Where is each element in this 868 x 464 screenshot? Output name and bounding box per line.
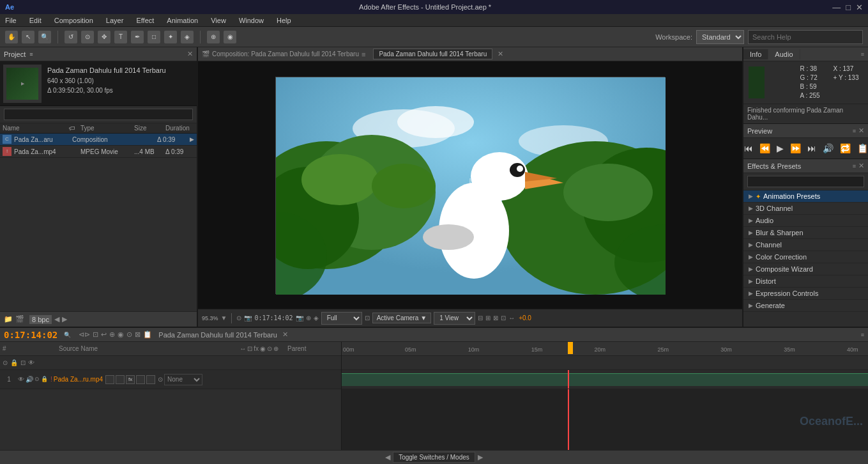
tool-hand[interactable]: ✋ [5, 31, 18, 43]
vc-quality[interactable]: Full Half Quarter [321, 312, 362, 325]
menu-help[interactable]: Help [274, 15, 294, 26]
project-panel-close[interactable]: ✕ [187, 50, 193, 58]
new-folder-icon[interactable]: 📁 [4, 315, 13, 323]
toggle-switches-modes[interactable]: Toggle Switches / Modes [393, 452, 475, 463]
timeline-search[interactable]: 🔍 [64, 332, 71, 338]
lh-icon6[interactable]: ⊕ [273, 345, 278, 352]
track-bar[interactable] [342, 373, 868, 386]
tool-rotate[interactable]: ↺ [65, 31, 77, 43]
effect-composite-wizard[interactable]: ▶ Composite Wizard [743, 263, 868, 275]
tl-ctrl5[interactable]: ◉ [118, 330, 124, 339]
tab-info[interactable]: Info [743, 49, 768, 59]
tool-extra1[interactable]: ⊕ [207, 31, 220, 43]
vc-icon6[interactable]: ⊡ [365, 314, 370, 321]
tl-ctrl2[interactable]: ⊡ [93, 330, 98, 339]
panel-menu-icon[interactable]: ≡ [29, 51, 33, 58]
maximize-button[interactable]: □ [846, 3, 851, 12]
tool-text[interactable]: T [114, 31, 127, 43]
effects-panel-menu[interactable]: ≡ [853, 163, 856, 169]
vc-icon4[interactable]: ⊕ [306, 314, 311, 321]
effect-audio[interactable]: ▶ Audio [743, 215, 868, 227]
tl-prev-arrow[interactable]: ◀ [385, 453, 390, 461]
preview-first[interactable]: ⏮ [743, 142, 754, 155]
vc-icon9[interactable]: ⊠ [493, 314, 498, 321]
tool-pan[interactable]: ✥ [98, 31, 110, 43]
file-item-video[interactable]: ! Pada Za...mp4 MPEG Movie ...4 MB Δ 0:3… [0, 146, 197, 158]
search-input[interactable] [748, 30, 863, 44]
layer-audio-icon[interactable]: 🔊 [26, 376, 33, 383]
vc-icon7[interactable]: ⊟ [478, 314, 483, 321]
preview-audio[interactable]: 🔊 [821, 142, 835, 155]
layer-parent-select[interactable]: None [164, 374, 202, 385]
effects-panel-close[interactable]: ✕ [858, 162, 864, 170]
layer-solo-btn[interactable]: ⊙ [34, 376, 40, 383]
menu-effect[interactable]: Effect [133, 15, 156, 26]
workspace-select[interactable]: Standard [696, 30, 744, 44]
comp-tab[interactable]: Pada Zaman Dahulu full 2014 Terbaru [373, 49, 492, 59]
tool-zoom[interactable]: 🔍 [38, 31, 51, 43]
sw-3d[interactable] [146, 375, 155, 384]
preview-prev[interactable]: ⏪ [758, 142, 772, 155]
vc-icon2[interactable]: 📷 [244, 314, 252, 321]
menu-file[interactable]: File [3, 15, 19, 26]
preview-last[interactable]: ⏭ [806, 142, 818, 155]
menu-view[interactable]: View [208, 15, 229, 26]
effect-distort[interactable]: ▶ Distort [743, 275, 868, 288]
yellow-marker[interactable] [568, 342, 573, 354]
effect-3d-channel[interactable]: ▶ 3D Channel [743, 203, 868, 215]
time-ruler[interactable]: 00m 05m 10m 15m 20m 25m 30m 35m 40m [342, 342, 868, 356]
effect-animation-presets[interactable]: ▶ ✦ Animation Presets [743, 190, 868, 203]
tl-next-arrow[interactable]: ▶ [478, 453, 483, 461]
minimize-button[interactable]: — [832, 3, 841, 12]
layer-lock[interactable]: 🔒 [10, 359, 18, 366]
effects-search-input[interactable] [747, 176, 864, 187]
layer-solo[interactable]: ⊡ [20, 359, 26, 366]
file-item-comp[interactable]: C Pada Za...aru Composition Δ 0:39 ▶ [0, 134, 197, 146]
tab-audio[interactable]: Audio [768, 49, 800, 59]
effect-color-correction[interactable]: ▶ Color Correction [743, 251, 868, 263]
lh-icon1[interactable]: ↔ [240, 345, 246, 352]
preview-panel-close[interactable]: ✕ [858, 127, 864, 135]
info-panel-menu[interactable]: ≡ [857, 51, 868, 58]
tool-extra2[interactable]: ◉ [224, 31, 236, 43]
tl-ctrl3[interactable]: ↩ [101, 330, 107, 339]
preview-panel-menu[interactable]: ≡ [853, 128, 856, 134]
layer-eye[interactable]: 👁 [28, 359, 34, 366]
preview-play[interactable]: ▶ [775, 142, 785, 155]
menu-animation[interactable]: Animation [164, 15, 201, 26]
effect-generate[interactable]: ▶ Generate [743, 300, 868, 312]
timeline-tab-close[interactable]: ✕ [282, 330, 288, 339]
preview-next[interactable]: ⏩ [789, 142, 802, 155]
preview-loop[interactable]: 🔁 [839, 142, 852, 155]
effect-channel[interactable]: ▶ Channel [743, 239, 868, 251]
menu-window[interactable]: Window [236, 15, 266, 26]
vc-icon5[interactable]: ◈ [314, 314, 319, 321]
timeline-panel-menu[interactable]: ≡ [861, 332, 864, 338]
comp-tab-close[interactable]: ✕ [498, 50, 503, 58]
sw-effects[interactable]: fx [126, 375, 135, 384]
menu-layer[interactable]: Layer [103, 15, 126, 26]
active-camera-dropdown[interactable]: Active Camera ▼ [372, 313, 431, 323]
tool-orbit[interactable]: ⊙ [81, 31, 94, 43]
sw-quality[interactable] [116, 375, 125, 384]
effect-blur-sharpen[interactable]: ▶ Blur & Sharpen [743, 227, 868, 239]
preview-extra[interactable]: 📋 [856, 142, 869, 155]
tl-ctrl4[interactable]: ⊕ [109, 330, 115, 339]
lh-icon4[interactable]: ◉ [260, 345, 266, 352]
vc-icon8[interactable]: ⊞ [485, 314, 491, 321]
prev-arrow[interactable]: ◀ [54, 315, 59, 323]
vc-icon1[interactable]: ⊙ [236, 314, 241, 321]
vc-icon10[interactable]: ⊡ [501, 314, 506, 321]
tl-ctrl7[interactable]: ⊠ [135, 330, 141, 339]
tl-ctrl8[interactable]: 📋 [143, 330, 152, 339]
tool-shape[interactable]: □ [148, 31, 160, 43]
bpc-indicator[interactable]: 8 bpc [29, 315, 52, 324]
tl-ctrl1[interactable]: ⊲⊳ [79, 330, 90, 339]
new-comp-icon[interactable]: 🎬 [15, 315, 24, 323]
lh-icon3[interactable]: fx [254, 345, 259, 352]
layer-visibility[interactable]: 👁 [18, 376, 24, 383]
tl-ctrl6[interactable]: ⊙ [126, 330, 132, 339]
project-search-input[interactable] [4, 109, 193, 120]
vc-view-mode[interactable]: 1 View 2 Views 4 Views [434, 312, 475, 325]
vc-zoom-arrow[interactable]: ▼ [221, 314, 227, 321]
